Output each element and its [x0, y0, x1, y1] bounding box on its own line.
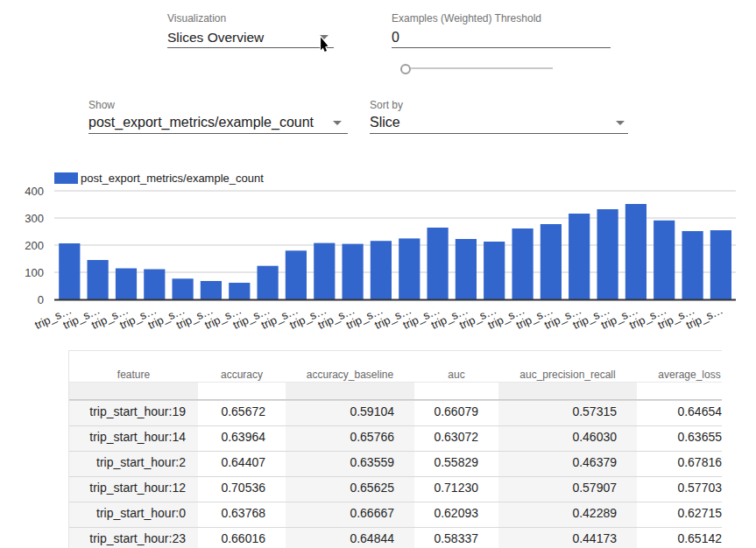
svg-text:100: 100	[25, 266, 44, 279]
svg-text:300: 300	[25, 212, 44, 225]
svg-text:400: 400	[25, 185, 44, 198]
svg-text:0: 0	[38, 293, 44, 306]
svg-text:200: 200	[25, 239, 44, 252]
